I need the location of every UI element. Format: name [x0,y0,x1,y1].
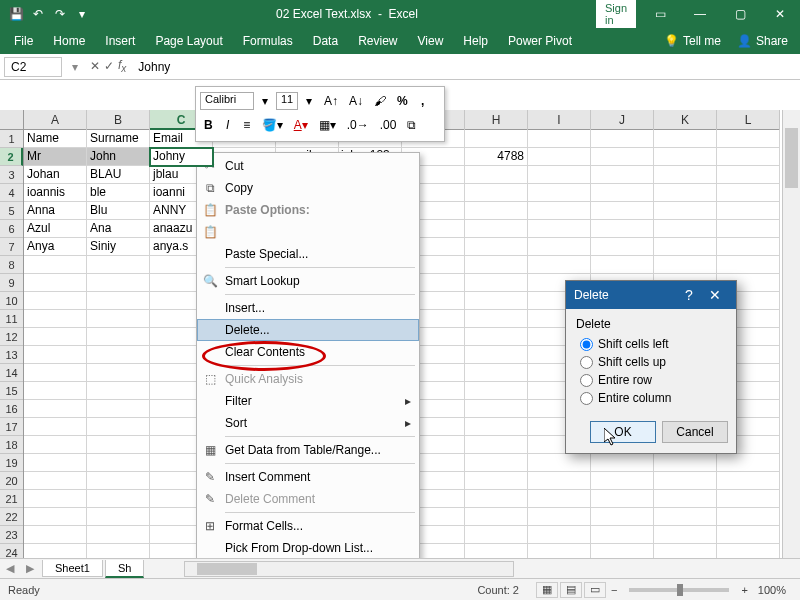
cell[interactable] [717,472,780,490]
cell[interactable] [528,454,591,472]
zoom-slider[interactable] [629,588,729,592]
cell[interactable] [717,220,780,238]
name-box-dropdown-icon[interactable]: ▾ [66,60,84,74]
cm-get-data[interactable]: ▦Get Data from Table/Range... [197,439,419,461]
cell[interactable] [24,508,87,526]
cell[interactable] [717,238,780,256]
cell[interactable] [654,238,717,256]
horizontal-scrollbar[interactable] [184,561,514,577]
bold-icon[interactable]: B [200,115,217,135]
cell[interactable] [24,382,87,400]
cancel-formula-icon[interactable]: ✕ [90,59,100,73]
row-header[interactable]: 7 [0,238,23,256]
cell[interactable] [654,202,717,220]
tab-review[interactable]: Review [348,30,407,52]
cell[interactable] [465,256,528,274]
cm-format-cells[interactable]: ⊞Format Cells... [197,515,419,537]
enter-formula-icon[interactable]: ✓ [104,59,114,73]
cell[interactable]: Johny [150,148,213,166]
row-header[interactable]: 10 [0,292,23,310]
cell[interactable] [717,508,780,526]
vertical-scrollbar[interactable] [782,110,800,558]
cm-sort[interactable]: Sort▸ [197,412,419,434]
cell[interactable] [465,544,528,558]
cell[interactable] [465,166,528,184]
column-header[interactable]: B [87,110,150,130]
row-header[interactable]: 6 [0,220,23,238]
row-header[interactable]: 19 [0,454,23,472]
font-color-icon[interactable]: A▾ [290,115,312,135]
cell[interactable] [591,472,654,490]
cell[interactable] [465,310,528,328]
tab-power-pivot[interactable]: Power Pivot [498,30,582,52]
cell[interactable] [654,544,717,558]
cm-paste-special[interactable]: Paste Special... [197,243,419,265]
row-header[interactable]: 24 [0,544,23,558]
tab-view[interactable]: View [408,30,454,52]
cell[interactable] [87,364,150,382]
column-header[interactable]: H [465,110,528,130]
cell[interactable] [654,220,717,238]
cell[interactable] [465,238,528,256]
row-header[interactable]: 3 [0,166,23,184]
tab-formulas[interactable]: Formulas [233,30,303,52]
radio-entire-column[interactable]: Entire column [576,389,726,407]
cell[interactable] [87,508,150,526]
cell[interactable] [87,436,150,454]
cell[interactable] [591,256,654,274]
row-header[interactable]: 1 [0,130,23,148]
cell[interactable] [465,184,528,202]
cell[interactable] [465,400,528,418]
cell[interactable] [24,274,87,292]
cell[interactable] [465,292,528,310]
cell[interactable]: John [87,148,150,166]
cell[interactable] [24,490,87,508]
cell[interactable] [87,418,150,436]
zoom-in-icon[interactable]: + [737,584,751,596]
redo-icon[interactable]: ↷ [52,6,68,22]
format-painter-icon[interactable]: 🖌 [370,91,390,111]
cell[interactable] [24,328,87,346]
cell[interactable] [654,256,717,274]
save-icon[interactable]: 💾 [8,6,24,22]
cell[interactable]: Siniy [87,238,150,256]
sheet-nav-next-icon[interactable]: ▶ [20,562,40,575]
cell[interactable] [87,490,150,508]
cm-insert-comment[interactable]: ✎Insert Comment [197,466,419,488]
cell[interactable] [24,454,87,472]
cm-smart-lookup[interactable]: 🔍Smart Lookup [197,270,419,292]
italic-icon[interactable]: I [220,115,236,135]
fx-icon[interactable]: fx [118,58,126,74]
sheet-tab[interactable]: Sh [105,560,144,578]
cell[interactable] [717,454,780,472]
cell[interactable] [528,544,591,558]
cell[interactable] [654,508,717,526]
cell[interactable] [465,328,528,346]
cell[interactable] [717,148,780,166]
cell[interactable] [528,184,591,202]
borders-icon[interactable]: ▦▾ [315,115,340,135]
row-header[interactable]: 2 [0,148,23,166]
cell[interactable] [465,202,528,220]
cell[interactable] [24,256,87,274]
sheet-tab[interactable]: Sheet1 [42,560,103,577]
cell[interactable] [591,238,654,256]
cell[interactable] [528,130,591,148]
font-dropdown-icon[interactable]: ▾ [257,91,273,111]
row-header[interactable]: 9 [0,274,23,292]
row-header[interactable]: 16 [0,400,23,418]
decrease-font-icon[interactable]: A↓ [345,91,367,111]
column-header[interactable]: A [24,110,87,130]
cm-cut[interactable]: ✂Cut [197,155,419,177]
formula-bar[interactable]: Johny [132,58,800,76]
radio-shift-left[interactable]: Shift cells left [576,335,726,353]
cell[interactable] [717,130,780,148]
fill-color-icon[interactable]: 🪣▾ [258,115,287,135]
row-header[interactable]: 8 [0,256,23,274]
size-dropdown-icon[interactable]: ▾ [301,91,317,111]
cell[interactable] [591,490,654,508]
cell[interactable] [591,148,654,166]
view-pagebreak-icon[interactable]: ▭ [584,582,606,598]
cell[interactable]: Blu [87,202,150,220]
cell[interactable] [591,508,654,526]
